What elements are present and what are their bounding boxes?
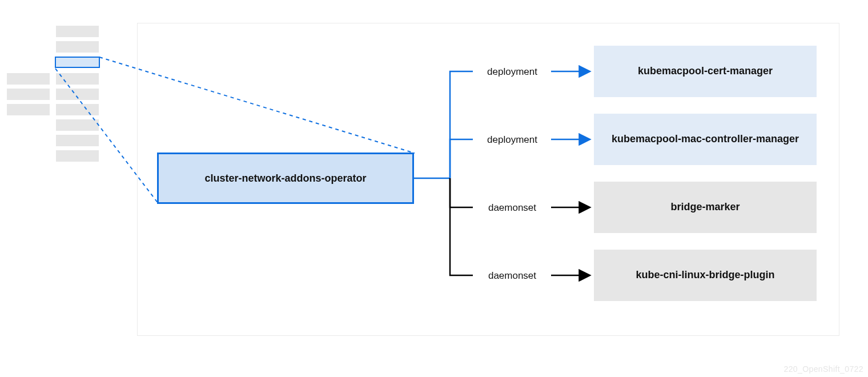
mini-map-row [56, 135, 99, 146]
mini-map-row [56, 41, 99, 53]
child-box-kubemacpool-cert-manager: kubemacpool-cert-manager [594, 46, 817, 97]
edge-label-deployment: deployment [475, 66, 549, 78]
mini-map-row [56, 150, 99, 162]
mini-map-row [56, 104, 99, 115]
mini-map-row [56, 119, 99, 131]
edge-label-daemonset: daemonset [475, 202, 549, 214]
mini-map-row [56, 89, 99, 100]
operator-box: cluster-network-addons-operator [157, 153, 414, 204]
mini-map-row [56, 26, 99, 37]
mini-map-row [7, 89, 50, 100]
child-box-bridge-marker: bridge-marker [594, 182, 817, 233]
child-box-kubemacpool-mac-controller-manager: kubemacpool-mac-controller-manager [594, 114, 817, 165]
mini-map-row-selected [55, 57, 100, 68]
mini-map-row [56, 73, 99, 85]
child-box-kube-cni-linux-bridge-plugin: kube-cni-linux-bridge-plugin [594, 250, 817, 301]
mini-map-row [7, 104, 50, 115]
watermark: 220_OpenShift_0722 [783, 364, 863, 374]
mini-map-row [7, 73, 50, 85]
edge-label-deployment: deployment [475, 134, 549, 146]
edge-label-daemonset: daemonset [475, 270, 549, 282]
